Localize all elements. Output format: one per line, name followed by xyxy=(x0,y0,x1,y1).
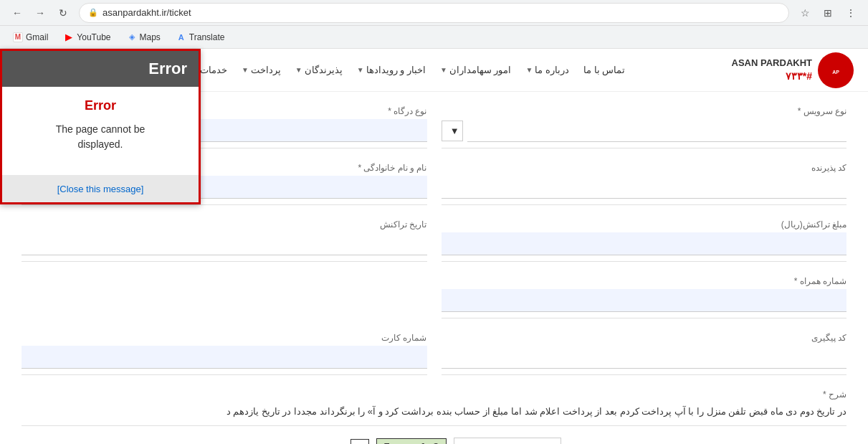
captcha-image: 65-1-8 5 xyxy=(376,438,447,444)
translate-icon: A xyxy=(176,32,186,42)
error-header: Error xyxy=(2,51,199,87)
nav-shareholders-label: امور سهامداران xyxy=(449,65,512,75)
logo-brand: ASAN PARDAKHT xyxy=(732,57,812,70)
service-select[interactable]: ▼ xyxy=(442,121,463,141)
lock-icon: 🔒 xyxy=(88,8,98,17)
form-group-card: شماره کارت 185... 589210 xyxy=(22,333,427,378)
service-label: نوع سرویس * xyxy=(442,106,847,116)
browser-controls: ← → ↻ xyxy=(7,3,73,23)
transaction-date-label: تاریخ تراکنش xyxy=(22,219,427,230)
error-body: Error The page cannot be displayed. xyxy=(2,87,199,175)
star-button[interactable]: ☆ xyxy=(795,3,815,23)
nav-about-dropdown-icon: ▼ xyxy=(525,66,533,74)
form-group-transaction-amount: مبلغ تراکنش(ریال) 1214000 xyxy=(442,219,847,265)
nav-payment-dropdown-icon: ▼ xyxy=(242,66,249,74)
nav-news[interactable]: اخبار و رویدادها ▼ xyxy=(357,65,426,75)
form-group-phone: شماره همراه * 0912307 xyxy=(442,276,847,321)
address-bar[interactable]: 🔒 asanpardakht.ir/ticket xyxy=(79,3,789,23)
error-message-line1: The page cannot be xyxy=(14,122,187,137)
card-label: شماره کارت xyxy=(22,333,427,343)
service-input[interactable]: پرداخت قبض xyxy=(467,119,847,142)
tracking-input[interactable] xyxy=(442,346,847,369)
url-text: asanpardakht.ir/ticket xyxy=(102,7,191,18)
captcha-input[interactable] xyxy=(454,438,561,444)
form-row-4: شماره همراه * 0912307 xyxy=(22,276,846,321)
form-group-subscriber: کد پذیرنده xyxy=(442,163,847,208)
bookmark-translate[interactable]: A Translate xyxy=(171,30,231,44)
form-group-transaction-date: تاریخ تراکنش 1403-10-02 22:56:16 xyxy=(22,219,427,265)
nav-about[interactable]: درباره ما ▼ xyxy=(525,65,569,75)
captcha-refresh-button[interactable]: ↺ xyxy=(350,439,369,444)
nav-shareholders[interactable]: امور سهامداران ▼ xyxy=(440,65,512,75)
nav-logo: AP ASAN PARDAKHT #*۷۳۳ xyxy=(732,52,854,88)
forward-button[interactable]: → xyxy=(30,3,50,23)
error-footer: [Close this message] xyxy=(2,175,199,202)
bookmark-maps[interactable]: ◈ Maps xyxy=(121,30,166,44)
phone-input[interactable]: 0912307 xyxy=(442,289,847,312)
bookmark-gmail-label: Gmail xyxy=(26,32,48,42)
menu-button[interactable]: ⋮ xyxy=(841,3,861,23)
page-content: Error Error The page cannot be displayed… xyxy=(0,49,868,444)
svg-text:AP: AP xyxy=(832,70,839,75)
logo-icon: AP xyxy=(818,52,854,88)
nav-shareholders-dropdown-icon: ▼ xyxy=(440,66,447,74)
description-section: شرح * در تاریخ دوم دی ماه قبض تلفن منزل … xyxy=(22,389,846,426)
gmail-icon: M xyxy=(13,32,23,42)
error-header-text: Error xyxy=(148,60,187,77)
subscriber-label: کد پذیرنده xyxy=(442,163,847,173)
nav-payment[interactable]: پرداخت ▼ xyxy=(242,65,281,75)
logo-text: ASAN PARDAKHT #*۷۳۳ xyxy=(732,57,812,84)
nav-items: تماس با ما درباره ما ▼ امور سهامداران ▼ … xyxy=(191,65,625,75)
bookmark-maps-label: Maps xyxy=(140,32,161,42)
phone-label: شماره همراه * xyxy=(442,276,847,286)
maps-icon: ◈ xyxy=(127,32,137,42)
extensions-button[interactable]: ⊞ xyxy=(818,3,838,23)
nav-payment-label: پرداخت xyxy=(251,65,281,75)
nav-news-label: اخبار و رویدادها xyxy=(366,65,426,75)
bookmark-youtube[interactable]: ▶ YouTube xyxy=(58,30,116,44)
error-overlay: Error Error The page cannot be displayed… xyxy=(0,49,201,204)
captcha-row: 65-1-8 5 ↺ کد امنیتی xyxy=(22,438,846,444)
close-message-link[interactable]: [Close this message] xyxy=(57,184,144,194)
bookmark-youtube-label: YouTube xyxy=(77,32,110,42)
nav-about-label: درباره ما xyxy=(535,65,569,75)
browser-bar: ← → ↻ 🔒 asanpardakht.ir/ticket ☆ ⊞ ⋮ xyxy=(0,0,868,26)
transaction-amount-label: مبلغ تراکنش(ریال) xyxy=(442,219,847,230)
nav-accept-label: پذیرندگان xyxy=(305,65,343,75)
back-button[interactable]: ← xyxy=(7,3,27,23)
tracking-label: کد پیگیری xyxy=(442,333,847,343)
refresh-icon: ↺ xyxy=(355,441,364,444)
form-group-service: نوع سرویس * پرداخت قبض ▼ xyxy=(442,106,847,151)
bookmark-gmail[interactable]: M Gmail xyxy=(7,30,54,44)
nav-accept-dropdown-icon: ▼ xyxy=(295,66,302,74)
transaction-amount-input[interactable]: 1214000 xyxy=(442,232,847,255)
bookmark-translate-label: Translate xyxy=(189,32,225,42)
form-row-3: مبلغ تراکنش(ریال) 1214000 تاریخ تراکنش 1… xyxy=(22,219,846,265)
bookmarks-bar: M Gmail ▶ YouTube ◈ Maps A Translate xyxy=(0,26,868,49)
nav-contact-label: تماس با ما xyxy=(583,65,625,75)
reload-button[interactable]: ↻ xyxy=(53,3,73,23)
error-message: The page cannot be displayed. xyxy=(14,122,187,152)
error-message-line2: displayed. xyxy=(14,137,187,152)
error-title: Error xyxy=(14,98,187,113)
nav-accept[interactable]: پذیرندگان ▼ xyxy=(295,65,343,75)
form-group-tracking: کد پیگیری xyxy=(442,333,847,378)
youtube-icon: ▶ xyxy=(64,32,74,42)
form-row-5: کد پیگیری شماره کارت 185... 589210 xyxy=(22,333,846,378)
description-label: شرح * xyxy=(22,389,846,400)
description-text: در تاریخ دوم دی ماه قبض تلفن منزل را با … xyxy=(22,404,846,420)
transaction-date-input[interactable]: 1403-10-02 22:56:16 xyxy=(22,232,427,255)
nav-services-label: خدمات xyxy=(200,65,227,75)
nav-news-dropdown-icon: ▼ xyxy=(357,66,364,74)
logo-code: #*۷۳۳ xyxy=(732,70,812,84)
nav-contact[interactable]: تماس با ما xyxy=(583,65,625,75)
card-input[interactable]: 185... 589210 xyxy=(22,346,427,369)
subscriber-input[interactable] xyxy=(442,176,847,199)
browser-right-icons: ☆ ⊞ ⋮ xyxy=(795,3,861,23)
